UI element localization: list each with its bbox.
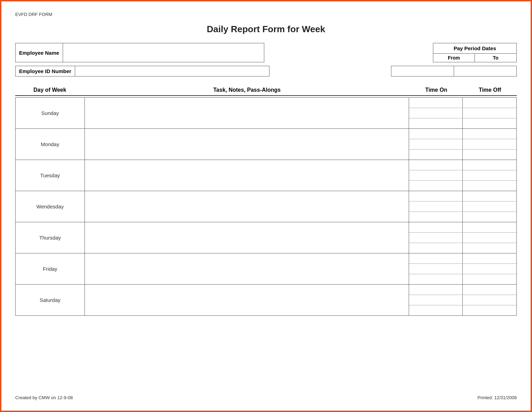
time-on-cell[interactable]	[409, 285, 463, 295]
from-label: From	[433, 54, 475, 62]
time-sub-row	[409, 274, 516, 284]
time-on-cell[interactable]	[409, 274, 463, 284]
table-row: Wendesday	[16, 191, 516, 222]
table-row: Saturday	[16, 285, 516, 316]
day-tasks-cell[interactable]	[85, 222, 409, 253]
pay-period-group: Pay Period Dates From To	[433, 43, 517, 62]
time-off-cell[interactable]	[463, 139, 516, 149]
to-label: To	[475, 54, 516, 62]
col-header-tasks: Task, Notes, Pass-Alongs	[85, 87, 409, 95]
employee-id-input[interactable]	[75, 66, 269, 76]
time-on-cell[interactable]	[409, 150, 463, 160]
pay-period-subheaders: From To	[433, 54, 516, 62]
time-off-cell[interactable]	[463, 253, 516, 263]
column-headers: Day of Week Task, Notes, Pass-Alongs Tim…	[15, 87, 517, 96]
time-off-cell[interactable]	[463, 233, 516, 243]
time-sub-row	[409, 181, 516, 191]
day-name-cell: Wendesday	[16, 191, 85, 222]
time-on-cell[interactable]	[409, 243, 463, 253]
day-name-cell: Saturday	[16, 285, 85, 315]
time-off-cell[interactable]	[463, 191, 516, 201]
time-sub-row	[409, 98, 516, 108]
col-header-day: Day of Week	[15, 87, 85, 95]
time-on-cell[interactable]	[409, 181, 463, 191]
time-sub-row	[409, 191, 516, 201]
time-off-cell[interactable]	[463, 274, 516, 284]
time-off-cell[interactable]	[463, 118, 516, 128]
time-sub-row	[409, 233, 516, 243]
time-off-cell[interactable]	[463, 243, 516, 253]
time-on-cell[interactable]	[409, 160, 463, 170]
time-off-cell[interactable]	[463, 264, 516, 274]
time-off-cell[interactable]	[463, 150, 516, 160]
time-on-cell[interactable]	[409, 170, 463, 180]
day-name-cell: Thursday	[16, 222, 85, 253]
time-on-cell[interactable]	[409, 191, 463, 201]
pay-period-to-input[interactable]	[454, 66, 516, 76]
employee-name-label: Employee Name	[16, 43, 63, 62]
form-title: Daily Report Form for Week	[15, 24, 517, 35]
time-on-cell[interactable]	[409, 222, 463, 232]
time-off-cell[interactable]	[463, 201, 516, 212]
day-name-cell: Friday	[16, 253, 85, 284]
time-on-cell[interactable]	[409, 201, 463, 212]
time-on-cell[interactable]	[409, 139, 463, 149]
time-sub-row	[409, 264, 516, 274]
employee-name-input[interactable]	[63, 43, 264, 62]
pay-period-inputs-group	[391, 66, 517, 77]
time-off-cell[interactable]	[463, 160, 516, 170]
time-off-cell[interactable]	[463, 295, 516, 305]
time-on-cell[interactable]	[409, 295, 463, 305]
time-on-cell[interactable]	[409, 108, 463, 118]
time-sub-row	[409, 170, 516, 181]
employee-id-group: Employee ID Number	[15, 66, 269, 77]
table-row: Monday	[16, 129, 516, 160]
time-off-cell[interactable]	[463, 170, 516, 180]
time-sub-row	[409, 243, 516, 253]
day-tasks-cell[interactable]	[85, 160, 409, 191]
top-fields-row: Employee Name Pay Period Dates From To	[15, 43, 517, 62]
time-sub-row	[409, 253, 516, 264]
time-off-cell[interactable]	[463, 108, 516, 118]
time-on-cell[interactable]	[409, 253, 463, 263]
time-on-cell[interactable]	[409, 305, 463, 315]
day-tasks-cell[interactable]	[85, 129, 409, 160]
footer-printed: Printed: 12/31/2008	[478, 395, 517, 400]
day-time-section	[409, 222, 516, 253]
time-on-cell[interactable]	[409, 233, 463, 243]
day-tasks-cell[interactable]	[85, 253, 409, 284]
time-sub-row	[409, 129, 516, 139]
time-on-cell[interactable]	[409, 264, 463, 274]
main-table: SundayMondayTuesdayWendesdayThursdayFrid…	[15, 97, 517, 316]
time-off-cell[interactable]	[463, 212, 516, 222]
pay-period-from-input[interactable]	[391, 66, 454, 76]
col-header-timeoff: Time Off	[463, 87, 517, 95]
time-on-cell[interactable]	[409, 98, 463, 108]
time-on-cell[interactable]	[409, 212, 463, 222]
day-tasks-cell[interactable]	[85, 191, 409, 222]
pay-period-label: Pay Period Dates	[433, 43, 516, 54]
time-on-cell[interactable]	[409, 129, 463, 139]
table-row: Sunday	[16, 98, 516, 129]
time-off-cell[interactable]	[463, 222, 516, 232]
day-tasks-cell[interactable]	[85, 98, 409, 128]
time-sub-row	[409, 295, 516, 305]
time-off-cell[interactable]	[463, 285, 516, 295]
time-on-cell[interactable]	[409, 118, 463, 128]
time-sub-row	[409, 222, 516, 233]
time-off-cell[interactable]	[463, 98, 516, 108]
day-time-section	[409, 129, 516, 160]
time-off-cell[interactable]	[463, 305, 516, 315]
day-time-section	[409, 191, 516, 222]
time-sub-row	[409, 160, 516, 170]
page-container: EVFD DRF FORM Daily Report Form for Week…	[0, 0, 532, 412]
time-sub-row	[409, 201, 516, 212]
table-row: Tuesday	[16, 160, 516, 191]
day-name-cell: Sunday	[16, 98, 85, 128]
day-tasks-cell[interactable]	[85, 285, 409, 315]
time-off-cell[interactable]	[463, 181, 516, 191]
time-off-cell[interactable]	[463, 129, 516, 139]
day-name-cell: Tuesday	[16, 160, 85, 191]
day-time-section	[409, 285, 516, 315]
col-header-timeon: Time On	[409, 87, 463, 95]
